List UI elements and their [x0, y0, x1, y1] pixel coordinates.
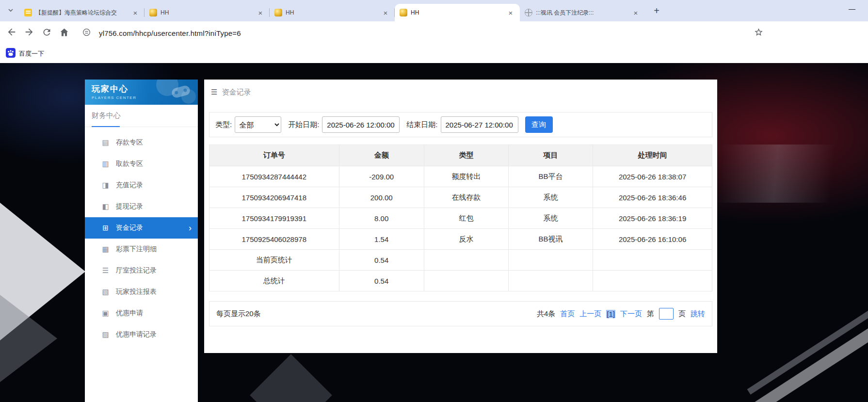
- sidebar-item-player-bet-report[interactable]: ▧ 玩家投注报表: [85, 281, 198, 303]
- sidebar-item-label: 优惠申请: [116, 309, 143, 318]
- prev-page-link[interactable]: 上一页: [579, 309, 601, 319]
- sidebar-item-label: 取款专区: [116, 160, 143, 168]
- current-page-indicator: [1]: [606, 310, 615, 318]
- cell-process-time: 2025-06-26 18:38:07: [593, 166, 712, 187]
- browser-toolbar: yl756.com/hhcp/usercenter.html?iniType=6: [0, 21, 868, 45]
- funds-record-table: 订单号 金额 类型 项目 处理时间 1750934287444442 -209.…: [209, 145, 712, 291]
- cell-amount: 8.00: [339, 208, 424, 229]
- next-page-link[interactable]: 下一页: [620, 309, 642, 319]
- jump-suffix-text: 页: [678, 309, 686, 319]
- end-date-label: 结束日期:: [406, 120, 437, 129]
- table-row-page-summary: 当前页统计 0.54: [209, 250, 712, 271]
- cell-process-time: 2025-06-26 16:10:06: [593, 229, 712, 250]
- browser-tab-4-active[interactable]: HH ×: [395, 4, 520, 21]
- table-header-row: 订单号 金额 类型 项目 处理时间: [209, 145, 712, 166]
- start-date-input[interactable]: [322, 116, 400, 133]
- pagination-controls: 共4条 首页 上一页 [1] 下一页 第 页 跳转: [537, 308, 705, 320]
- site-info-icon: [82, 28, 91, 39]
- tab-title: HH: [286, 9, 378, 16]
- page-title: 资金记录: [222, 88, 251, 97]
- triangle-decoration: [250, 354, 332, 402]
- cell-empty: [593, 271, 712, 291]
- globe-favicon-icon: [525, 9, 532, 16]
- panel-header: ☰ 资金记录: [209, 80, 712, 105]
- close-icon[interactable]: ×: [256, 8, 265, 17]
- cell-type: 额度转出: [424, 166, 508, 187]
- sidebar-item-funds-record[interactable]: ⊞ 资金记录 ›: [85, 217, 198, 239]
- home-button[interactable]: [55, 24, 73, 42]
- funds-record-panel: ☰ 资金记录 类型: 全部 开始日期: 结束日期: 查询 订单号 金额 类型 项…: [204, 80, 717, 353]
- total-count-text: 共4条: [537, 309, 555, 319]
- window-minimize-button[interactable]: —: [849, 5, 855, 13]
- bookmark-baidu[interactable]: 百度一下: [6, 48, 44, 60]
- sidebar-item-label: 存款专区: [116, 138, 143, 147]
- streak-decoration: [707, 322, 868, 402]
- browser-tab-3[interactable]: HH ×: [270, 4, 395, 21]
- reload-button[interactable]: [38, 24, 55, 42]
- cell-empty: [593, 250, 712, 271]
- bookmark-star-button[interactable]: [750, 24, 767, 42]
- cell-type: 反水: [424, 229, 508, 250]
- sidebar-item-lottery-bet-detail[interactable]: ▦ 彩票下注明细: [85, 239, 198, 260]
- sidebar-item-recharge-record[interactable]: ◨ 充值记录: [85, 175, 198, 196]
- type-label: 类型:: [215, 120, 232, 129]
- close-icon[interactable]: ×: [131, 8, 140, 17]
- cell-project: BB平台: [508, 166, 593, 187]
- gold-favicon-icon: [400, 9, 407, 16]
- sidebar-header: 玩家中心 PLAYERS CENTER: [85, 80, 198, 105]
- tab-search-button[interactable]: [4, 4, 17, 17]
- tab-title: HH: [411, 9, 503, 16]
- sidebar-item-deposit-zone[interactable]: ▤ 存款专区: [85, 132, 198, 153]
- back-arrow-icon: [6, 27, 17, 39]
- query-button[interactable]: 查询: [525, 116, 553, 133]
- table-row-total-summary: 总统计 0.54: [209, 271, 712, 291]
- deposit-zone-icon: ▤: [101, 138, 110, 147]
- back-button[interactable]: [3, 24, 20, 42]
- sidebar-item-label: 充值记录: [116, 181, 143, 190]
- bookmark-label: 百度一下: [19, 49, 44, 58]
- star-icon: [754, 27, 764, 39]
- page-jump-input[interactable]: [659, 308, 674, 320]
- col-order-no: 订单号: [209, 145, 339, 166]
- browser-tab-5[interactable]: :::视讯 会员下注纪录::: ×: [520, 4, 645, 21]
- chevron-down-icon: [8, 6, 14, 15]
- cell-order-no: 1750934206947418: [209, 187, 339, 208]
- address-bar[interactable]: yl756.com/hhcp/usercenter.html?iniType=6: [99, 29, 241, 37]
- cell-empty: [508, 250, 593, 271]
- table-row: 1750934206947418 200.00 在线存款 系统 2025-06-…: [209, 187, 712, 208]
- jump-link[interactable]: 跳转: [691, 309, 705, 319]
- sidebar-item-hall-bet-record[interactable]: ☰ 厅室投注记录: [85, 260, 198, 281]
- cell-type: 在线存款: [424, 187, 508, 208]
- recharge-record-icon: ◨: [101, 181, 110, 190]
- forward-button[interactable]: [20, 24, 38, 42]
- cell-summary-label: 当前页统计: [209, 250, 339, 271]
- col-amount: 金额: [339, 145, 424, 166]
- triangle-decoration: [0, 295, 57, 382]
- doc-favicon-icon: [24, 9, 32, 16]
- sidebar-menu: ▤ 存款专区 ▥ 取款专区 ◨ 充值记录 ◧ 提现记录 ⊞ 资金记录 › ▦: [85, 127, 198, 345]
- sidebar-item-label: 资金记录: [116, 224, 143, 232]
- sidebar-item-withdraw-zone[interactable]: ▥ 取款专区: [85, 153, 198, 175]
- browser-tab-2[interactable]: HH ×: [145, 4, 270, 21]
- table-row: 1750925406028978 1.54 反水 BB视讯 2025-06-26…: [209, 229, 712, 250]
- cell-amount: -209.00: [339, 166, 424, 187]
- page-background: 玩家中心 PLAYERS CENTER 财务中心 ▤ 存款专区 ▥ 取款专区 ◨…: [0, 63, 868, 402]
- sidebar-item-promo-apply[interactable]: ▣ 优惠申请: [85, 303, 198, 324]
- close-icon[interactable]: ×: [631, 8, 640, 17]
- site-info-button[interactable]: [78, 24, 95, 42]
- new-tab-button[interactable]: +: [650, 4, 663, 17]
- close-icon[interactable]: ×: [381, 8, 390, 17]
- end-date-input[interactable]: [441, 116, 518, 133]
- filter-bar: 类型: 全部 开始日期: 结束日期: 查询: [209, 112, 712, 137]
- funds-record-icon: ⊞: [101, 224, 110, 232]
- sidebar-item-label: 厅室投注记录: [116, 266, 157, 275]
- sidebar-item-label: 优惠申请记录: [116, 330, 157, 339]
- table-row: 1750934179919391 8.00 红包 系统 2025-06-26 1…: [209, 208, 712, 229]
- type-select[interactable]: 全部: [235, 116, 281, 133]
- start-date-label: 开始日期:: [288, 120, 319, 129]
- close-icon[interactable]: ×: [506, 8, 515, 17]
- sidebar-item-withdrawal-record[interactable]: ◧ 提现记录: [85, 196, 198, 217]
- first-page-link[interactable]: 首页: [560, 309, 575, 319]
- browser-tab-1[interactable]: 【新提醒】海燕策略论坛综合交 ×: [19, 4, 145, 21]
- sidebar-item-promo-apply-record[interactable]: ▨ 优惠申请记录: [85, 324, 198, 345]
